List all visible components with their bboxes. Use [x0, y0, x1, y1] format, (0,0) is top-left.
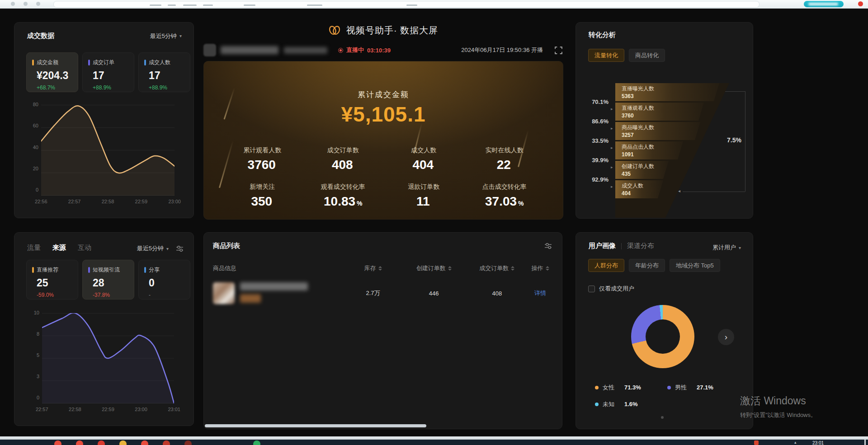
back-icon[interactable]	[11, 2, 15, 6]
card-value: 17	[93, 70, 129, 82]
taskbar-app-icon[interactable]	[54, 440, 61, 445]
range-label: 最近5分钟	[150, 32, 177, 40]
stat-block: 观看成交转化率10.83%	[303, 183, 384, 209]
filter-sliders-icon[interactable]	[176, 245, 184, 253]
deal-users-only-checkbox[interactable]: 仅看成交用户	[588, 285, 634, 293]
live-info-row: 直播中 03:10:39 2024年06月17日 19:50:36 开播	[203, 43, 562, 57]
taskbar-app-icon[interactable]	[163, 440, 170, 445]
browser-horizontal-scrollbar[interactable]	[0, 436, 868, 440]
card-value: 0	[149, 277, 185, 289]
axis-tick: 22:58	[69, 407, 81, 412]
tab-channel-distribution[interactable]: 渠道分布	[627, 242, 654, 250]
arrow-right-icon: ▸	[611, 165, 613, 169]
tab-user-profile[interactable]: 用户画像	[589, 242, 616, 250]
carousel-dot[interactable]	[661, 416, 664, 419]
axis-tick: 23:00	[168, 199, 181, 204]
axis-tick: 60	[33, 123, 38, 128]
metric-card-amount[interactable]: 成交金额 ¥204.3 +68.7%	[26, 52, 78, 92]
fullscreen-icon[interactable]	[555, 47, 562, 54]
legend-dot	[595, 403, 599, 406]
forward-icon[interactable]	[24, 2, 28, 6]
time-range-dropdown[interactable]: 最近5分钟 ▾	[137, 244, 169, 253]
tray-expand-icon[interactable]: ▴	[794, 440, 797, 445]
axis-tick: 23:01	[168, 407, 180, 412]
taskbar-app-icon[interactable]	[98, 440, 105, 445]
funnel-rate: 33.5%	[576, 137, 609, 144]
x-axis: 22:5622:5722:5822:5923:00	[35, 199, 181, 204]
chevron-down-icon: ▾	[179, 33, 182, 38]
deal-plot	[41, 105, 175, 196]
axis-tick: 23:00	[135, 407, 147, 412]
taskbar-app-icon[interactable]	[184, 440, 192, 445]
windows-activation-watermark: 激活 Windows 转到“设置”以激活 Windows。	[740, 394, 816, 419]
account-name-blur	[221, 46, 278, 54]
detail-link[interactable]: 详情	[528, 289, 552, 297]
metric-card-live-recommend[interactable]: 直播推荐 25 -59.0%	[26, 260, 78, 300]
refresh-icon[interactable]	[36, 2, 40, 6]
time-range-dropdown[interactable]: 最近5分钟 ▾	[150, 32, 182, 40]
x-axis: 22:5722:5822:5923:0023:01	[36, 407, 180, 412]
marker	[144, 267, 146, 273]
channels-logo-icon	[328, 24, 341, 36]
user-range-dropdown[interactable]: 累计用户 ▾	[712, 244, 741, 252]
browser-extension-button[interactable]	[804, 1, 844, 7]
metric-card-share[interactable]: 分享 0 -	[138, 260, 190, 300]
funnel-step: 直播观看人数3760	[615, 103, 704, 121]
panel-title: 转化分析	[589, 31, 616, 39]
taskbar-app-icon[interactable]	[76, 440, 83, 445]
tab-traffic[interactable]: 流量	[27, 244, 41, 252]
tab-age-distribution[interactable]: 年龄分布	[629, 259, 665, 272]
checkbox-label: 仅看成交用户	[599, 285, 634, 293]
arrow-right-icon: ▸	[611, 184, 613, 189]
metric-card-short-video[interactable]: 短视频引流 28 -37.8%	[82, 260, 134, 300]
col-actions-sort[interactable]: 操作	[528, 264, 552, 272]
marker	[88, 267, 90, 273]
address-bar[interactable]	[53, 1, 760, 8]
taskbar-app-icon[interactable]	[253, 440, 260, 445]
tab-product-conversion[interactable]: 商品转化	[629, 49, 665, 62]
tab-traffic-conversion[interactable]: 流量转化	[588, 49, 624, 62]
metric-card-orders[interactable]: 成交订单 17 +88.9%	[82, 52, 134, 92]
axis-tick: 0	[37, 395, 39, 400]
carousel-next-button[interactable]: ›	[718, 329, 734, 345]
legend-item: 女性71.3%	[595, 384, 667, 392]
col-stock-sort[interactable]: 库存	[344, 264, 402, 272]
filter-sliders-icon[interactable]	[544, 242, 552, 250]
panel-user-profile: 用户画像 渠道分布 累计用户 ▾ 人群分布 年龄分布 地域分布 Top5 仅看成…	[576, 232, 753, 429]
arrow-right-icon: ▸	[611, 126, 613, 131]
product-price-blur	[240, 294, 261, 303]
tab-interaction[interactable]: 互动	[78, 244, 91, 252]
donut-legend: 女性71.3% 男性27.1% 未知1.6%	[595, 379, 740, 412]
tab-region-top5[interactable]: 地域分布 Top5	[670, 259, 720, 272]
taskbar-tray-icon[interactable]	[754, 440, 759, 445]
taskbar-app-icon[interactable]	[119, 440, 127, 445]
funnel-step: 商品曝光人数3257	[615, 122, 700, 140]
gmv-amount: ¥5,105.1	[204, 102, 563, 126]
taskbar-clock[interactable]: 23:01	[812, 440, 824, 445]
show-desktop-button[interactable]	[864, 440, 866, 445]
col-deal-orders-sort[interactable]: 成交订单数	[466, 264, 529, 272]
live-label: 直播中	[346, 46, 364, 54]
axis-tick: 5	[37, 352, 39, 358]
funnel-step: 直播曝光人数5363	[615, 83, 719, 101]
arrow-right-icon: ▸	[611, 145, 613, 150]
tab-source[interactable]: 来源	[52, 244, 66, 252]
tab-crowd-distribution[interactable]: 人群分布	[588, 259, 624, 272]
card-delta: -37.8%	[93, 292, 129, 298]
card-value: 17	[149, 70, 185, 82]
live-timer: 03:10:39	[367, 47, 391, 54]
taskbar-app-icon[interactable]	[141, 440, 148, 445]
col-created-orders-sort[interactable]: 创建订单数	[402, 264, 466, 272]
axis-tick: 20	[33, 166, 38, 171]
stat-block: 退款订单数11	[383, 183, 464, 209]
cell-created-orders: 446	[402, 290, 466, 297]
metric-card-buyers[interactable]: 成交人数 17 +88.9%	[138, 52, 190, 92]
axis-tick: 22:56	[35, 199, 47, 204]
col-product-info: 商品信息	[213, 264, 344, 272]
axis-tick: 80	[33, 102, 38, 107]
panel-conversion: 转化分析 流量转化 商品转化 直播曝光人数5363 直播观看人数3760 商品曝…	[576, 22, 753, 219]
axis-tick: 40	[33, 145, 38, 150]
sort-icon	[378, 266, 382, 271]
funnel-rate: 86.6%	[576, 118, 609, 125]
horizontal-scrollbar[interactable]	[205, 424, 426, 427]
